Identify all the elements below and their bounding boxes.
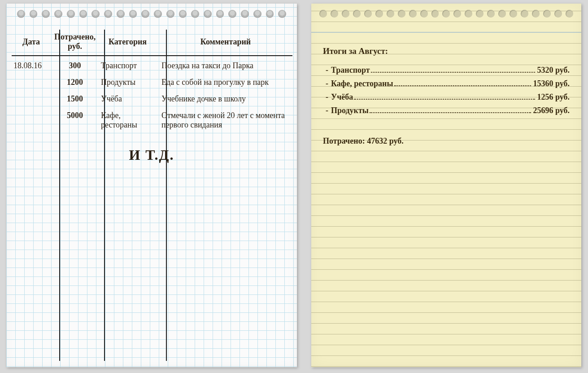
cell-amount: 5000: [52, 107, 97, 133]
cell-amount: 1200: [52, 74, 97, 91]
summary-total: Потрачено: 47632 руб.: [323, 136, 570, 146]
header-amount: Потрачено, руб.: [52, 30, 97, 57]
graph-paper-notepad: Дата Потрачено, руб. Категория Комментар…: [6, 4, 297, 367]
dot-leader: [371, 72, 536, 73]
cell-comment: Отмечали с женой 20 лет с момента первог…: [158, 107, 293, 133]
dot-leader: [370, 112, 531, 113]
summary-item-value: 15360 руб.: [533, 78, 570, 89]
punched-holes: [311, 10, 581, 18]
cell-comment: Еда с собой на прогулку в парк: [158, 74, 293, 91]
summary-title: Итоги за Август:: [323, 46, 570, 57]
cell-category: Продукты: [97, 74, 158, 91]
dot-leader: [354, 99, 535, 100]
cell-amount: 1500: [52, 91, 97, 107]
total-value: 47632: [367, 136, 387, 145]
summary-item-value: 5320 руб.: [537, 65, 570, 75]
cell-category: Кафе, рестораны: [97, 107, 158, 133]
cell-date: [10, 74, 52, 91]
summary-item: -Кафе, рестораны15360 руб.: [323, 78, 570, 89]
etc-label: И Т.Д.: [10, 147, 293, 163]
header-date: Дата: [10, 30, 52, 57]
dot-leader: [394, 85, 531, 86]
bullet-dash: -: [323, 92, 331, 102]
spiral-binding: [6, 10, 297, 18]
total-label: Потрачено:: [323, 136, 365, 145]
cell-category: Транспорт: [97, 57, 158, 74]
cell-date: 18.08.16: [10, 57, 52, 74]
cell-comment: Поездка на такси до Парка: [158, 57, 293, 74]
bullet-dash: -: [323, 105, 331, 116]
header-category: Категория: [97, 30, 158, 57]
table-row: 1500УчёбаУчебнике дочке в школу: [10, 91, 293, 107]
yellow-lined-notepad: Итоги за Август: -Транспорт5320 руб.-Каф…: [311, 4, 581, 367]
summary-item: -Продукты25696 руб.: [323, 105, 570, 116]
expense-ledger: Дата Потрачено, руб. Категория Комментар…: [10, 30, 293, 163]
summary-item-value: 25696 руб.: [533, 105, 570, 116]
summary-item: -Транспорт5320 руб.: [323, 65, 570, 75]
cell-date: [10, 107, 52, 133]
summary-item-name: Учёба: [331, 92, 353, 102]
cell-category: Учёба: [97, 91, 158, 107]
summary-item-name: Продукты: [331, 105, 369, 116]
header-comment: Комментарий: [158, 30, 293, 57]
table-row: 1200ПродуктыЕда с собой на прогулку в па…: [10, 74, 293, 91]
total-currency: руб.: [389, 136, 404, 145]
table-row: 18.08.16300ТранспортПоездка на такси до …: [10, 57, 293, 74]
cell-date: [10, 91, 52, 107]
table-row: 5000Кафе, рестораныОтмечали с женой 20 л…: [10, 107, 293, 133]
summary-item-name: Кафе, рестораны: [331, 78, 393, 89]
month-summary: Итоги за Август: -Транспорт5320 руб.-Каф…: [323, 46, 570, 146]
cell-amount: 300: [52, 57, 97, 74]
summary-item-name: Транспорт: [331, 65, 370, 75]
bullet-dash: -: [323, 65, 331, 75]
bullet-dash: -: [323, 78, 331, 89]
cell-comment: Учебнике дочке в школу: [158, 91, 293, 107]
summary-item: -Учёба1256 руб.: [323, 92, 570, 102]
summary-item-value: 1256 руб.: [537, 92, 570, 102]
